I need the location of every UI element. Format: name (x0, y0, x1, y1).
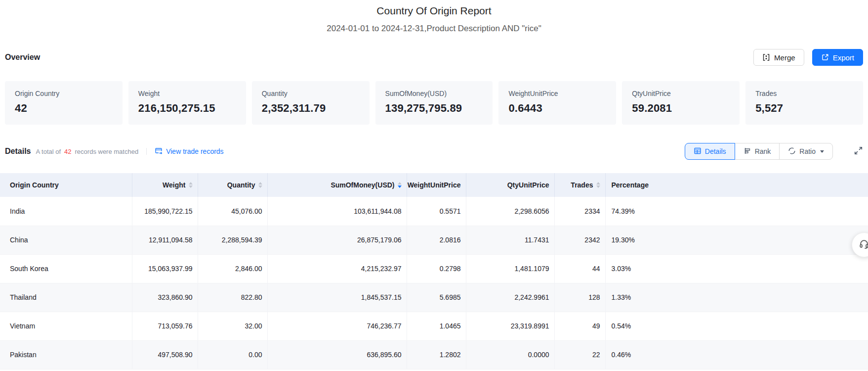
stat-card-label: QtyUnitPrice (632, 90, 730, 97)
cell-weight: 185,990,722.15 (132, 197, 198, 226)
view-switcher: Details Rank Ratio (685, 143, 833, 160)
stat-card-value: 42 (15, 102, 113, 115)
column-header-weight[interactable]: Weight (132, 173, 198, 197)
column-header-label: WeightUnitPrice (408, 181, 461, 189)
details-heading: Details (5, 147, 31, 156)
cell-sumofmoney-usd: 1,845,537.15 (267, 283, 407, 312)
cell-trades: 2334 (554, 197, 605, 226)
stat-card-trades: Trades5,527 (745, 81, 863, 125)
cell-qtyunitprice: 0.0000 (466, 340, 554, 369)
overview-bar: Overview Merge Export (5, 48, 863, 66)
column-header-origin-country: Origin Country (0, 173, 132, 197)
details-bar: Details A total of 42 records were match… (5, 142, 863, 160)
merge-cells-icon (762, 53, 770, 61)
table-header-row: Origin CountryWeightQuantitySumOfMoney(U… (0, 173, 868, 197)
tab-ratio[interactable]: Ratio (779, 143, 833, 160)
column-header-label: Trades (571, 181, 593, 189)
cell-sumofmoney-usd: 4,215,232.97 (267, 254, 407, 283)
tab-rank[interactable]: Rank (735, 143, 780, 160)
cell-weightunitprice: 1.2802 (407, 340, 466, 369)
cell-percentage: 1.33% (605, 283, 868, 312)
cell-percentage: 74.39% (605, 197, 868, 226)
column-header-label: Quantity (227, 181, 255, 189)
cell-weightunitprice: 0.2798 (407, 254, 466, 283)
cell-weight: 323,860.90 (132, 283, 198, 312)
stat-card-sumofmoney-usd: SumOfMoney(USD)139,275,795.89 (375, 81, 493, 125)
stat-card-label: Origin Country (15, 90, 113, 97)
sort-carets-icon (398, 182, 402, 188)
tab-details[interactable]: Details (685, 143, 735, 160)
vertical-divider (146, 148, 147, 155)
table-row-south-korea: South Korea15,063,937.992,846.004,215,23… (0, 254, 868, 283)
column-header-label: Percentage (612, 181, 649, 189)
headset-icon (859, 238, 868, 251)
stat-card-value: 5,527 (755, 102, 853, 115)
sort-carets-icon (189, 182, 193, 188)
cell-percentage: 0.46% (605, 340, 868, 369)
rank-bars-icon (744, 147, 751, 156)
stat-card-value: 59.2081 (632, 102, 730, 115)
fullscreen-button[interactable] (854, 146, 863, 157)
cell-weight: 12,911,094.58 (132, 226, 198, 254)
stat-card-origin-country: Origin Country42 (5, 81, 123, 125)
table-head: Origin CountryWeightQuantitySumOfMoney(U… (0, 173, 868, 197)
cell-quantity: 822.80 (198, 283, 267, 312)
cell-qtyunitprice: 11.7431 (466, 226, 554, 254)
cell-percentage: 19.30% (605, 226, 868, 254)
cell-origin-country: Pakistan (0, 340, 132, 369)
cell-percentage: 0.54% (605, 312, 868, 340)
tab-details-label: Details (705, 147, 726, 155)
stat-card-value: 0.6443 (508, 102, 606, 115)
chevron-down-icon (820, 150, 824, 153)
view-trade-records-link[interactable]: View trade records (155, 147, 223, 156)
cell-sumofmoney-usd: 746,236.77 (267, 312, 407, 340)
cell-weightunitprice: 0.5571 (407, 197, 466, 226)
stat-card-label: SumOfMoney(USD) (385, 90, 483, 97)
fullscreen-expand-icon (854, 146, 863, 157)
overview-actions: Merge Export (753, 49, 863, 66)
cell-qtyunitprice: 1,481.1079 (466, 254, 554, 283)
table-body: India185,990,722.1545,076.00103,611,944.… (0, 197, 868, 369)
cell-weightunitprice: 1.0465 (407, 312, 466, 340)
trade-records-icon (155, 147, 163, 156)
sort-carets-icon (596, 182, 600, 188)
merge-button[interactable]: Merge (753, 49, 804, 66)
view-trade-records-label: View trade records (166, 147, 223, 155)
column-header-sumofmoney-usd[interactable]: SumOfMoney(USD) (267, 173, 407, 197)
stat-card-label: Trades (755, 90, 853, 97)
column-header-trades[interactable]: Trades (554, 173, 605, 197)
report-subtitle: 2024-01-01 to 2024-12-31,Product Descrip… (0, 24, 868, 34)
matched-records-prefix: A total of (36, 148, 61, 155)
stat-card-weightunitprice: WeightUnitPrice0.6443 (498, 81, 616, 125)
cell-trades: 49 (554, 312, 605, 340)
cell-trades: 2342 (554, 226, 605, 254)
cell-weightunitprice: 5.6985 (407, 283, 466, 312)
stat-card-value: 2,352,311.79 (262, 102, 360, 115)
cell-quantity: 2,288,594.39 (198, 226, 267, 254)
export-button[interactable]: Export (812, 49, 863, 66)
column-header-label: SumOfMoney(USD) (331, 181, 394, 189)
export-icon (821, 53, 829, 61)
column-header-label: QtyUnitPrice (507, 181, 549, 189)
stat-card-label: Weight (138, 90, 236, 97)
cell-trades: 22 (554, 340, 605, 369)
stat-card-label: Quantity (262, 90, 360, 97)
stat-card-qtyunitprice: QtyUnitPrice59.2081 (622, 81, 740, 125)
cell-trades: 44 (554, 254, 605, 283)
table-row-pakistan: Pakistan497,508.900.00636,895.601.28020.… (0, 340, 868, 369)
matched-records-suffix: records were matched (75, 148, 139, 155)
matched-records-count: 42 (64, 148, 71, 155)
cell-sumofmoney-usd: 636,895.60 (267, 340, 407, 369)
stat-card-label: WeightUnitPrice (508, 90, 606, 97)
column-header-label: Origin Country (10, 181, 59, 189)
cell-origin-country: India (0, 197, 132, 226)
cell-quantity: 32.00 (198, 312, 267, 340)
export-button-label: Export (833, 53, 854, 62)
cell-quantity: 2,846.00 (198, 254, 267, 283)
stat-card-value: 216,150,275.15 (138, 102, 236, 115)
cell-weightunitprice: 2.0816 (407, 226, 466, 254)
column-header-quantity[interactable]: Quantity (198, 173, 267, 197)
cell-weight: 497,508.90 (132, 340, 198, 369)
cell-quantity: 0.00 (198, 340, 267, 369)
page-title: Country Of Origin Report (0, 4, 868, 17)
